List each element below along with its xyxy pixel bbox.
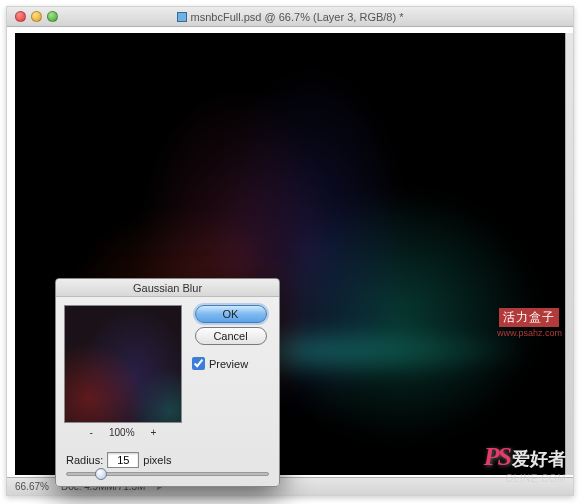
document-icon	[177, 12, 187, 22]
preview-checkbox[interactable]	[192, 357, 205, 370]
preview-checkbox-label: Preview	[209, 358, 248, 370]
radius-unit: pixels	[143, 454, 171, 466]
cancel-button[interactable]: Cancel	[195, 327, 267, 345]
preview-checkbox-row[interactable]: Preview	[190, 357, 248, 370]
ok-button[interactable]: OK	[195, 305, 267, 323]
zoom-icon[interactable]	[47, 11, 58, 22]
title-bar[interactable]: msnbcFull.psd @ 66.7% (Layer 3, RGB/8) *	[7, 7, 573, 27]
zoom-percent: 100%	[109, 427, 135, 438]
dialog-title[interactable]: Gaussian Blur	[56, 279, 279, 297]
traffic-lights	[7, 11, 58, 22]
gaussian-blur-dialog: Gaussian Blur - 100% + OK Cancel Preview…	[55, 278, 280, 487]
window-title: msnbcFull.psd @ 66.7% (Layer 3, RGB/8) *	[7, 11, 573, 23]
preview-image[interactable]	[64, 305, 182, 423]
radius-input[interactable]	[107, 452, 139, 468]
status-zoom[interactable]: 66.67%	[15, 481, 49, 492]
zoom-out-button[interactable]: -	[90, 427, 93, 438]
vertical-scrollbar[interactable]	[565, 33, 573, 475]
radius-label: Radius:	[66, 454, 103, 466]
radius-slider[interactable]	[66, 472, 269, 476]
radius-slider-thumb[interactable]	[95, 468, 107, 480]
close-icon[interactable]	[15, 11, 26, 22]
zoom-in-button[interactable]: +	[151, 427, 157, 438]
minimize-icon[interactable]	[31, 11, 42, 22]
